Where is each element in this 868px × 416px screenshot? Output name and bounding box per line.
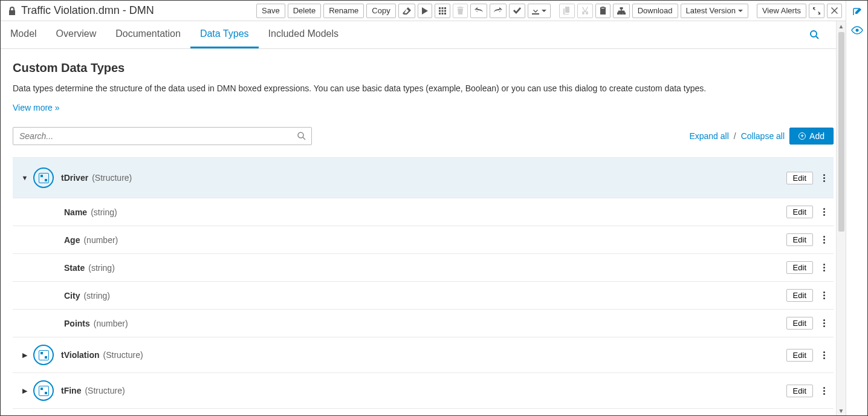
right-rail <box>846 1 867 415</box>
edit-button[interactable]: Edit <box>786 261 813 274</box>
svg-rect-5 <box>444 10 446 11</box>
eye-icon[interactable] <box>851 26 863 34</box>
kebab-menu-icon[interactable] <box>820 233 828 246</box>
download-button[interactable]: Download <box>632 4 678 18</box>
trash-icon[interactable] <box>453 4 468 18</box>
section-description: Data types determine the structure of th… <box>13 83 834 93</box>
paste-icon[interactable] <box>595 4 611 18</box>
svg-point-11 <box>298 132 303 138</box>
edit-square-icon[interactable] <box>852 7 863 18</box>
collapse-all-link[interactable]: Collapse all <box>741 131 785 141</box>
copy-button[interactable]: Copy <box>366 4 395 18</box>
redo-icon[interactable] <box>490 4 507 18</box>
structure-icon <box>33 167 54 188</box>
kebab-menu-icon[interactable] <box>820 289 828 302</box>
field-type: (string) <box>88 263 115 273</box>
data-type-field-row: City(string)Edit <box>13 282 834 310</box>
tab-model[interactable]: Model <box>1 21 47 48</box>
tab-overview[interactable]: Overview <box>47 21 106 48</box>
edit-button[interactable]: Edit <box>786 206 813 218</box>
add-button[interactable]: + Add <box>789 128 834 145</box>
rename-button[interactable]: Rename <box>323 4 364 18</box>
kebab-menu-icon[interactable] <box>820 317 828 330</box>
data-type-field-row: Name(string)Edit <box>13 198 834 226</box>
delete-button[interactable]: Delete <box>288 4 322 18</box>
data-type-name: tFine <box>61 386 81 395</box>
search-icon[interactable] <box>297 132 306 140</box>
download-dropdown-icon[interactable] <box>528 4 551 18</box>
grid-icon[interactable] <box>435 4 450 18</box>
field-name: Age <box>64 235 80 245</box>
field-type: (number) <box>94 319 128 328</box>
section-title: Custom Data Types <box>13 61 834 75</box>
expand-icon[interactable] <box>809 4 824 18</box>
svg-point-9 <box>811 31 817 37</box>
lock-icon <box>8 6 16 16</box>
edit-button[interactable]: Edit <box>786 317 813 330</box>
chevron-right-icon[interactable]: ▶ <box>19 387 31 395</box>
edit-button[interactable]: Edit <box>786 385 813 397</box>
edit-button[interactable]: Edit <box>786 233 813 246</box>
search-input[interactable] <box>13 127 312 145</box>
tab-included-models[interactable]: Included Models <box>259 21 349 48</box>
structure-icon <box>33 345 54 365</box>
save-button[interactable]: Save <box>256 4 285 18</box>
scrollbar-thumb[interactable] <box>838 32 844 232</box>
data-type-field-row: Age(number)Edit <box>13 226 834 254</box>
play-icon[interactable] <box>418 4 432 18</box>
toolbar: Save Delete Rename Copy Download Latest … <box>256 4 842 18</box>
kebab-menu-icon[interactable] <box>820 172 828 184</box>
kebab-menu-icon[interactable] <box>820 349 828 362</box>
edit-button[interactable]: Edit <box>786 172 813 184</box>
data-type-name: tViolation <box>61 350 100 360</box>
kebab-menu-icon[interactable] <box>820 206 828 218</box>
sitemap-icon[interactable] <box>613 4 630 18</box>
field-type: (string) <box>91 207 117 217</box>
svg-point-13 <box>855 29 858 32</box>
field-name: Name <box>64 207 87 217</box>
svg-rect-1 <box>441 7 443 9</box>
chevron-down-icon[interactable]: ▼ <box>19 174 31 181</box>
field-name: State <box>64 263 85 273</box>
topbar: Traffic Violation.dmn - DMN Save Delete … <box>1 1 846 21</box>
chevron-right-icon[interactable]: ▶ <box>19 351 31 359</box>
edit-button[interactable]: Edit <box>786 289 813 302</box>
view-alerts-button[interactable]: View Alerts <box>757 4 806 18</box>
expand-all-link[interactable]: Expand all <box>689 131 728 141</box>
latest-version-dropdown[interactable]: Latest Version <box>681 4 748 18</box>
data-type-row: ▼tDriver(Structure)Edit <box>13 158 834 198</box>
tab-data-types[interactable]: Data Types <box>190 21 259 48</box>
data-type-row: ▶tFine(Structure)Edit <box>13 373 834 409</box>
kebab-menu-icon[interactable] <box>820 261 828 274</box>
page-title: Traffic Violation.dmn - DMN <box>21 4 154 17</box>
data-type-kind: (Structure) <box>103 350 143 360</box>
copy-icon[interactable] <box>559 4 575 18</box>
close-icon[interactable] <box>827 4 842 18</box>
scrollbar[interactable]: ▲ ▼ <box>836 21 846 415</box>
data-type-field-row: Points(number)Edit <box>13 310 834 337</box>
plus-circle-icon: + <box>798 132 806 140</box>
search-icon[interactable] <box>802 30 828 39</box>
cut-icon[interactable] <box>577 4 593 18</box>
data-type-kind: (Structure) <box>85 386 125 395</box>
tab-documentation[interactable]: Documentation <box>106 21 190 48</box>
data-type-field-row: State(string)Edit <box>13 254 834 282</box>
scroll-up-arrow-icon[interactable]: ▲ <box>837 21 846 31</box>
svg-rect-3 <box>439 10 441 11</box>
data-type-row: ▶tViolation(Structure)Edit <box>13 337 834 373</box>
field-type: (number) <box>83 235 118 245</box>
view-more-link[interactable]: View more » <box>13 103 60 112</box>
scroll-down-arrow-icon[interactable]: ▼ <box>837 406 846 415</box>
eraser-icon[interactable] <box>398 4 415 18</box>
svg-rect-4 <box>441 10 443 11</box>
svg-line-12 <box>303 137 305 140</box>
svg-rect-2 <box>444 7 446 9</box>
kebab-menu-icon[interactable] <box>820 385 828 397</box>
edit-button[interactable]: Edit <box>786 349 813 362</box>
check-icon[interactable] <box>509 4 525 18</box>
data-types-list: ▼tDriver(Structure)EditName(string)EditA… <box>13 157 834 409</box>
add-button-label: Add <box>809 131 824 141</box>
structure-icon <box>33 380 54 401</box>
undo-icon[interactable] <box>470 4 487 18</box>
field-name: City <box>64 291 80 301</box>
